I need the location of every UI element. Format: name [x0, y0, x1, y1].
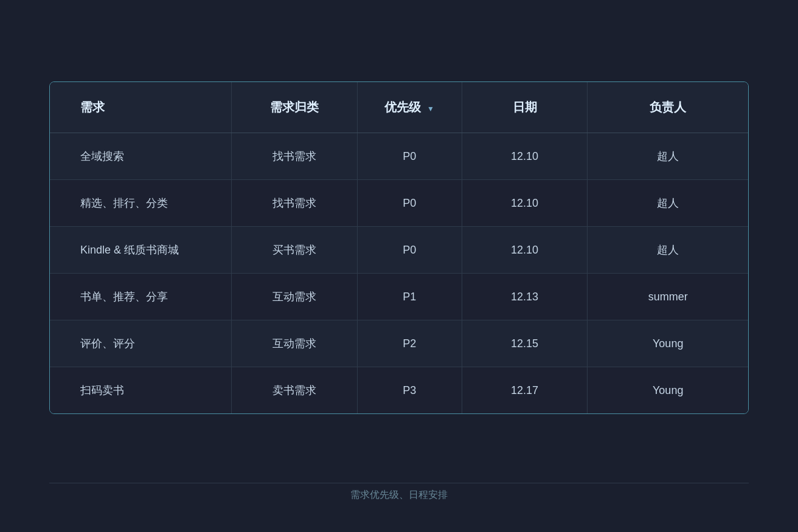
divider: [49, 483, 749, 483]
cell-requirement: 评价、评分: [50, 320, 231, 367]
cell-category: 互动需求: [231, 274, 357, 320]
header-requirement: 需求: [50, 82, 231, 133]
sort-icon[interactable]: ▼: [427, 105, 434, 113]
cell-requirement: 全域搜索: [50, 133, 231, 180]
cell-category: 找书需求: [231, 133, 357, 180]
cell-owner: 超人: [588, 133, 748, 180]
cell-owner: 超人: [588, 227, 748, 274]
cell-priority: P1: [357, 274, 462, 320]
cell-category: 买书需求: [231, 227, 357, 274]
cell-priority: P0: [357, 227, 462, 274]
table-header-row: 需求 需求归类 优先级 ▼ 日期 负责人: [50, 82, 748, 133]
cell-priority: P2: [357, 320, 462, 367]
cell-date: 12.10: [462, 180, 588, 227]
header-date: 日期: [462, 82, 588, 133]
cell-owner: 超人: [588, 180, 748, 227]
cell-priority: P0: [357, 180, 462, 227]
cell-owner: Young: [588, 367, 748, 414]
requirements-table: 需求 需求归类 优先级 ▼ 日期 负责人 全域搜索找书需求P012.10超人精选…: [49, 81, 749, 414]
cell-category: 找书需求: [231, 180, 357, 227]
cell-requirement: 扫码卖书: [50, 367, 231, 414]
header-category: 需求归类: [231, 82, 357, 133]
cell-owner: summer: [588, 274, 748, 320]
table-row: 书单、推荐、分享互动需求P112.13summer: [50, 274, 748, 320]
cell-category: 卖书需求: [231, 367, 357, 414]
table-row: Kindle & 纸质书商城买书需求P012.10超人: [50, 227, 748, 274]
footer-text: 需求优先级、日程安排: [350, 489, 448, 502]
cell-requirement: 精选、排行、分类: [50, 180, 231, 227]
cell-date: 12.10: [462, 227, 588, 274]
table-row: 评价、评分互动需求P212.15Young: [50, 320, 748, 367]
cell-requirement: Kindle & 纸质书商城: [50, 227, 231, 274]
header-owner: 负责人: [588, 82, 748, 133]
cell-date: 12.13: [462, 274, 588, 320]
table-row: 全域搜索找书需求P012.10超人: [50, 133, 748, 180]
cell-date: 12.10: [462, 133, 588, 180]
header-priority[interactable]: 优先级 ▼: [357, 82, 462, 133]
cell-requirement: 书单、推荐、分享: [50, 274, 231, 320]
cell-owner: Young: [588, 320, 748, 367]
cell-priority: P3: [357, 367, 462, 414]
cell-date: 12.15: [462, 320, 588, 367]
table-row: 扫码卖书卖书需求P312.17Young: [50, 367, 748, 414]
cell-priority: P0: [357, 133, 462, 180]
table-row: 精选、排行、分类找书需求P012.10超人: [50, 180, 748, 227]
cell-category: 互动需求: [231, 320, 357, 367]
cell-date: 12.17: [462, 367, 588, 414]
